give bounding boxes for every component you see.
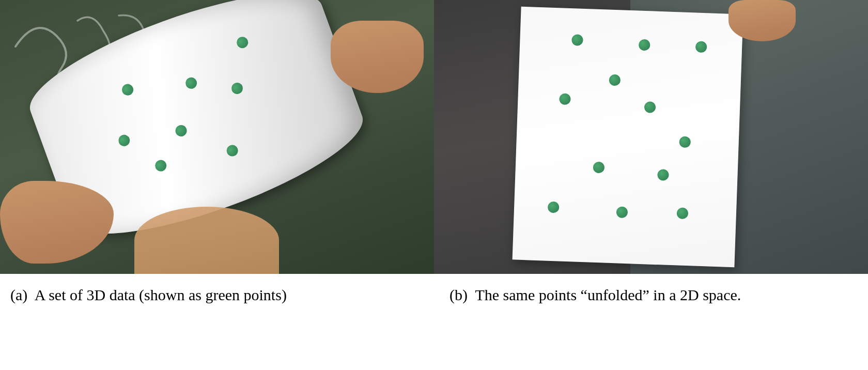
- flat-dot: [616, 206, 628, 218]
- captions-row: (a) A set of 3D data (shown as green poi…: [0, 274, 868, 370]
- caption-left-text: (a) A set of 3D data (shown as green poi…: [10, 286, 287, 303]
- images-row: [0, 0, 868, 274]
- dot: [230, 81, 244, 96]
- flat-dot: [571, 34, 583, 46]
- flat-dot: [593, 162, 605, 174]
- flat-dot: [679, 136, 691, 148]
- caption-right: (b) The same points “unfolded” in a 2D s…: [434, 283, 858, 306]
- dot: [153, 158, 168, 173]
- hand-right: [331, 21, 424, 93]
- page-container: (a) A set of 3D data (shown as green poi…: [0, 0, 868, 370]
- dot: [235, 35, 250, 50]
- dot: [174, 124, 188, 138]
- dot: [225, 143, 240, 158]
- flat-dot: [677, 207, 689, 219]
- right-image-inner: [434, 0, 868, 274]
- flat-dot: [548, 202, 560, 213]
- flat-dot: [609, 74, 621, 86]
- dot: [120, 83, 135, 97]
- caption-left: (a) A set of 3D data (shown as green poi…: [10, 283, 434, 306]
- caption-right-text: (b) The same points “unfolded” in a 2D s…: [450, 286, 741, 303]
- flat-paper: [513, 7, 743, 268]
- flat-dot: [644, 101, 656, 113]
- left-image-cell: [0, 0, 434, 274]
- right-image-cell: [434, 0, 868, 274]
- flat-dot: [639, 39, 650, 51]
- dot: [117, 133, 131, 148]
- hand-top: [729, 0, 796, 41]
- flat-dot: [559, 93, 571, 105]
- left-image-inner: [0, 0, 434, 274]
- person-head: [134, 207, 279, 274]
- dot: [184, 76, 198, 90]
- flat-dot: [657, 169, 669, 181]
- flat-dot: [695, 41, 707, 53]
